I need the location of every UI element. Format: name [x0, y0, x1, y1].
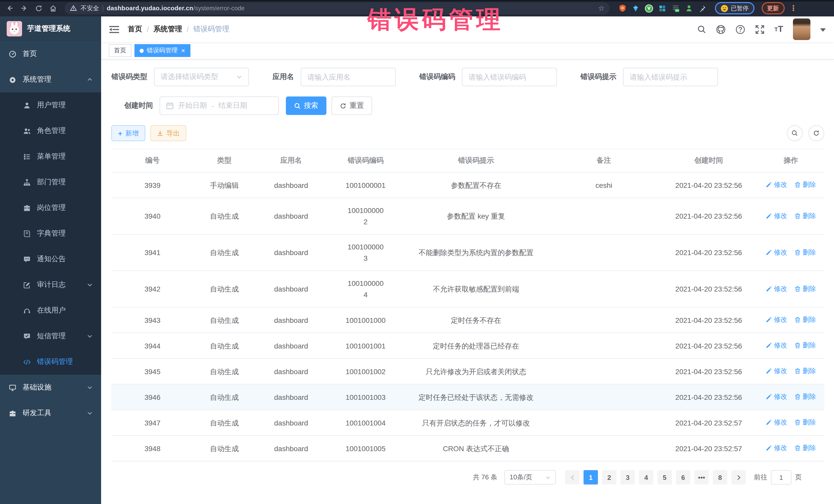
page-button-6[interactable]: 6: [676, 470, 690, 484]
delete-link[interactable]: 删除: [794, 283, 816, 294]
sidebar-item-user[interactable]: 用户管理: [0, 92, 101, 118]
sidebar-item-dict[interactable]: 字典管理: [0, 221, 101, 246]
navbar-actions: TT: [697, 19, 826, 40]
sidebar-item-audit-log[interactable]: 审计日志: [0, 272, 101, 298]
calendar-icon: [166, 102, 174, 109]
error-code-label: 错误码编码: [419, 72, 455, 82]
vue-devtools-extension-icon[interactable]: [644, 4, 653, 13]
delete-link[interactable]: 删除: [794, 314, 816, 325]
edit-link[interactable]: 修改: [766, 391, 787, 402]
date-range-picker[interactable]: 开始日期 - 结束日期: [160, 96, 279, 115]
edit-link[interactable]: 修改: [766, 314, 787, 325]
browser-reload-icon[interactable]: [33, 3, 44, 14]
edit-link[interactable]: 修改: [766, 210, 787, 221]
edit-link[interactable]: 修改: [766, 247, 787, 258]
bookmark-star-icon[interactable]: ☆: [598, 4, 605, 12]
chevron-down-icon: [87, 385, 93, 391]
error-code-input[interactable]: [462, 68, 557, 86]
sidebar-toggle-hamburger-icon[interactable]: [109, 24, 119, 35]
delete-link[interactable]: 删除: [794, 391, 816, 402]
delete-link[interactable]: 删除: [794, 442, 816, 454]
avatar-caret-down-icon[interactable]: [820, 25, 826, 34]
goto-page-input[interactable]: [771, 470, 791, 484]
github-icon[interactable]: [716, 24, 726, 34]
delete-link[interactable]: 删除: [794, 340, 816, 351]
browser-back-icon[interactable]: [4, 3, 15, 14]
sidebar-item-sms[interactable]: 短信管理: [0, 323, 101, 349]
edit-pencil-icon: [766, 445, 772, 451]
edit-pencil-icon: [766, 419, 772, 425]
sidebar-item-system[interactable]: 系统管理: [0, 67, 101, 92]
app-logo-row[interactable]: 芋道管理系统: [0, 17, 101, 41]
cell-time: 2021-04-20 23:52:56: [660, 358, 757, 384]
search-button[interactable]: 搜索: [286, 96, 326, 115]
breadcrumb-item[interactable]: 首页: [128, 25, 142, 34]
edit-link[interactable]: 修改: [766, 442, 787, 454]
sidebar-item-post[interactable]: 岗位管理: [0, 195, 101, 221]
edit-link[interactable]: 修改: [766, 283, 787, 294]
browser-update-button[interactable]: 更新: [761, 2, 785, 14]
show-search-toggle-button[interactable]: [787, 125, 803, 141]
fullscreen-icon[interactable]: [755, 24, 765, 34]
proxy-on-extension-icon[interactable]: on: [671, 4, 680, 13]
header-search-icon[interactable]: [697, 25, 706, 34]
export-button[interactable]: 导出: [150, 125, 186, 141]
sidebar-item-error-code[interactable]: 错误码管理: [0, 349, 101, 375]
breadcrumb-item[interactable]: 系统管理: [153, 25, 182, 34]
edit-link[interactable]: 修改: [766, 340, 787, 351]
delete-link[interactable]: 删除: [794, 179, 816, 191]
delete-link[interactable]: 删除: [794, 366, 816, 377]
sidebar-item-online[interactable]: 在线用户: [0, 298, 101, 323]
page-button-3[interactable]: 3: [620, 470, 635, 484]
edit-link[interactable]: 修改: [766, 366, 787, 377]
page-ellipsis-button[interactable]: •••: [695, 470, 709, 484]
page-button-5[interactable]: 5: [657, 470, 672, 484]
page-button-8[interactable]: 8: [713, 470, 727, 484]
delete-link[interactable]: 删除: [794, 247, 816, 258]
browser-forward-icon[interactable]: [19, 3, 30, 14]
reset-button[interactable]: 重置: [332, 96, 372, 115]
address-bar[interactable]: 不安全 dashboard.yudao.iocoder.cn/system/er…: [65, 2, 610, 14]
add-button[interactable]: + 新增: [111, 125, 145, 141]
tag-close-icon[interactable]: ×: [181, 47, 185, 54]
page-button-2[interactable]: 2: [602, 470, 616, 484]
sidebar-item-dept[interactable]: 部门管理: [0, 169, 101, 195]
browser-profile-chip[interactable]: 已暂停: [715, 2, 754, 14]
app-name-input[interactable]: [301, 68, 396, 86]
delete-link[interactable]: 删除: [794, 210, 816, 221]
next-page-button[interactable]: [731, 470, 746, 484]
sidebar-item-devtools[interactable]: 研发工具: [0, 400, 101, 426]
colorful-extension-icon[interactable]: [658, 4, 667, 13]
edit-pencil-icon: [766, 342, 772, 349]
sidebar-item-infra[interactable]: 基础设施: [0, 375, 101, 400]
refresh-table-button[interactable]: [808, 125, 824, 141]
edit-link[interactable]: 修改: [766, 417, 787, 428]
help-question-icon[interactable]: [736, 24, 745, 34]
create-time-label: 创建时间: [124, 101, 153, 110]
shield-extension-icon[interactable]: [618, 4, 627, 13]
breadcrumb: 首页/系统管理/错误码管理: [128, 25, 229, 34]
pin-extension-icon[interactable]: [698, 4, 707, 13]
edit-link[interactable]: 修改: [766, 179, 787, 191]
sidebar-item-role[interactable]: 角色管理: [0, 118, 101, 144]
sidebar-item-notice[interactable]: 通知公告: [0, 246, 101, 272]
tag-inactive[interactable]: 首页: [109, 44, 131, 57]
browser-menu-kebab-icon[interactable]: ⋮: [790, 4, 797, 13]
page-size-select[interactable]: 10条/页: [505, 470, 556, 484]
delete-link[interactable]: 删除: [794, 417, 816, 428]
breadcrumb-item[interactable]: 错误码管理: [194, 25, 229, 34]
sidebar-item-menu[interactable]: 菜单管理: [0, 144, 101, 169]
gem-extension-icon[interactable]: [631, 4, 640, 13]
error-type-select[interactable]: 请选择错误码类型: [154, 68, 249, 86]
prev-page-button[interactable]: [565, 470, 579, 484]
sidebar-item-home[interactable]: 首页: [0, 41, 101, 67]
tag-active[interactable]: 错误码管理 ×: [134, 44, 190, 57]
table-row: 3939 手动编辑 dashboard 1001000001 参数配置不存在 c…: [111, 172, 824, 198]
user-avatar[interactable]: [793, 19, 810, 40]
font-size-icon[interactable]: TT: [774, 24, 783, 35]
error-msg-input[interactable]: [623, 68, 718, 86]
page-button-1[interactable]: 1: [584, 470, 598, 484]
page-button-4[interactable]: 4: [639, 470, 653, 484]
green-figure-extension-icon[interactable]: [685, 4, 694, 13]
browser-home-icon[interactable]: [47, 3, 59, 14]
